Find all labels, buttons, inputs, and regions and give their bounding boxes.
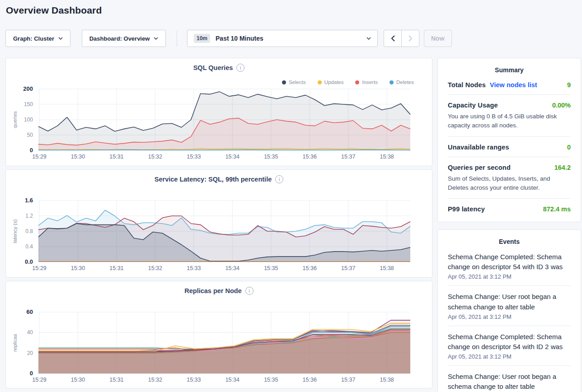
- summary-row-unavailable-ranges: Unavailable ranges 0: [448, 137, 571, 157]
- svg-text:queries: queries: [12, 111, 18, 128]
- svg-text:0: 0: [30, 147, 33, 154]
- svg-text:15:33: 15:33: [187, 265, 201, 271]
- event-date: Apr 05, 2021 at 3:12 PM: [448, 273, 571, 280]
- svg-text:15:32: 15:32: [148, 265, 162, 271]
- next-interval-button[interactable]: [402, 30, 419, 47]
- sql-queries-chart-panel: SQL Queries i SelectsUpdatesInsertsDelet…: [5, 58, 432, 166]
- chevron-down-icon: [366, 37, 371, 40]
- event-text: Schema Change: User root began a schema …: [448, 292, 571, 312]
- svg-text:15:36: 15:36: [303, 265, 317, 271]
- time-range-picker[interactable]: 10m Past 10 Minutes: [187, 30, 378, 47]
- qps-value: 164.2: [554, 164, 571, 171]
- svg-text:40: 40: [27, 329, 33, 336]
- event-text: Schema Change Completed: Schema change o…: [448, 252, 571, 272]
- graph-dropdown[interactable]: Graph: Cluster: [5, 30, 70, 47]
- qps-description: Sum of Selects, Updates, Inserts, and De…: [448, 174, 571, 193]
- dashboard-dropdown-label: Dashboard: Overview: [89, 35, 150, 42]
- chevron-down-icon: [154, 37, 158, 40]
- svg-text:15:38: 15:38: [380, 154, 394, 160]
- svg-text:15:33: 15:33: [187, 377, 201, 383]
- svg-text:15:38: 15:38: [380, 265, 394, 271]
- summary-panel: Summary Total Nodes View nodes list 9 Ca…: [437, 58, 581, 222]
- svg-text:60: 60: [27, 308, 33, 315]
- svg-text:0.4: 0.4: [25, 243, 33, 250]
- svg-text:15:33: 15:33: [187, 154, 201, 160]
- chevron-left-icon: [391, 35, 395, 42]
- event-text: Schema Change: User root began a schema …: [448, 372, 571, 392]
- time-step-buttons: [384, 30, 419, 47]
- svg-text:1.6: 1.6: [25, 197, 33, 204]
- chevron-right-icon: [408, 35, 413, 42]
- service-latency-chart-panel: Service Latency: SQL, 99th percentile i …: [5, 169, 432, 278]
- replicas-per-node-chart-panel: Replicas per Node i 15:2915:3015:3115:32…: [5, 281, 432, 388]
- svg-text:15:37: 15:37: [341, 265, 355, 271]
- service-latency-chart[interactable]: 15:2915:3015:3115:3215:3315:3415:3515:36…: [6, 170, 432, 277]
- qps-label: Queries per second: [448, 164, 511, 171]
- now-button[interactable]: Now: [424, 30, 452, 47]
- svg-text:15:30: 15:30: [71, 377, 85, 383]
- svg-text:15:36: 15:36: [303, 377, 317, 383]
- graph-dropdown-label: Graph: Cluster: [13, 35, 54, 42]
- svg-text:15:35: 15:35: [264, 265, 278, 271]
- total-nodes-label: Total Nodes: [448, 81, 486, 89]
- svg-text:15:34: 15:34: [225, 265, 239, 271]
- summary-row-qps: Queries per second 164.2 Sum of Selects,…: [448, 157, 571, 199]
- svg-text:15:29: 15:29: [32, 154, 46, 160]
- p99-latency-label: P99 latency: [448, 205, 485, 213]
- svg-text:0.0: 0.0: [25, 258, 33, 265]
- svg-text:15:30: 15:30: [71, 265, 85, 271]
- summary-row-capacity: Capacity Usage 0.00% You are using 0 B o…: [448, 95, 571, 137]
- events-title: Events: [438, 230, 581, 246]
- svg-text:replicas: replicas: [12, 334, 18, 352]
- replicas-per-node-chart[interactable]: 15:2915:3015:3115:3215:3315:3415:3515:36…: [6, 281, 432, 388]
- svg-text:200: 200: [23, 85, 33, 92]
- chevron-down-icon: [58, 37, 63, 40]
- time-range-label: Past 10 Minutes: [216, 35, 361, 42]
- capacity-usage-label: Capacity Usage: [448, 102, 498, 109]
- svg-text:15:38: 15:38: [380, 377, 394, 383]
- svg-text:1.2: 1.2: [25, 213, 33, 219]
- svg-text:15:34: 15:34: [225, 377, 239, 383]
- sql-queries-chart[interactable]: 15:2915:3015:3115:3215:3315:3415:3515:36…: [6, 58, 432, 166]
- event-item[interactable]: Schema Change Completed: Schema change o…: [448, 246, 571, 286]
- toolbar-divider: [177, 30, 177, 47]
- svg-text:15:31: 15:31: [109, 265, 123, 271]
- svg-text:15:32: 15:32: [148, 154, 162, 160]
- time-range-badge: 10m: [194, 34, 210, 43]
- unavailable-ranges-label: Unavailable ranges: [448, 144, 509, 151]
- svg-text:15:34: 15:34: [225, 154, 239, 160]
- capacity-usage-value: 0.00%: [552, 102, 571, 109]
- svg-text:15:29: 15:29: [32, 377, 46, 383]
- summary-row-p99: P99 latency 872.4 ms: [448, 199, 571, 219]
- svg-text:15:31: 15:31: [109, 377, 123, 383]
- previous-interval-button[interactable]: [384, 30, 402, 47]
- event-item[interactable]: Schema Change: User root began a schema …: [448, 286, 571, 326]
- svg-text:15:35: 15:35: [264, 154, 278, 160]
- svg-text:15:32: 15:32: [148, 377, 162, 383]
- svg-text:20: 20: [27, 350, 33, 356]
- unavailable-ranges-value: 0: [567, 144, 571, 151]
- summary-row-total-nodes: Total Nodes View nodes list 9: [448, 75, 571, 95]
- svg-text:15:35: 15:35: [264, 377, 278, 383]
- dashboard-dropdown[interactable]: Dashboard: Overview: [82, 30, 166, 47]
- event-text: Schema Change Completed: Schema change o…: [448, 332, 571, 352]
- svg-text:0: 0: [30, 370, 33, 377]
- capacity-usage-description: You are using 0 B of 4.5 GiB usable disk…: [448, 112, 571, 131]
- svg-text:100: 100: [24, 117, 33, 123]
- svg-text:15:37: 15:37: [341, 377, 355, 383]
- svg-text:latency (s): latency (s): [12, 219, 18, 243]
- events-panel: Events Schema Change Completed: Schema c…: [437, 229, 581, 392]
- event-item[interactable]: Schema Change Completed: Schema change o…: [448, 326, 571, 366]
- svg-text:0.8: 0.8: [25, 228, 33, 234]
- svg-text:15:37: 15:37: [341, 154, 355, 160]
- svg-text:15:36: 15:36: [303, 154, 317, 160]
- svg-text:15:29: 15:29: [32, 265, 46, 271]
- view-nodes-list-link[interactable]: View nodes list: [490, 81, 537, 89]
- event-item[interactable]: Schema Change: User root began a schema …: [448, 366, 571, 392]
- event-date: Apr 05, 2021 at 3:12 PM: [448, 313, 571, 320]
- svg-text:150: 150: [24, 101, 33, 107]
- page-title: Overview Dashboard: [6, 5, 102, 16]
- event-date: Apr 05, 2021 at 3:12 PM: [448, 353, 571, 360]
- svg-text:15:31: 15:31: [109, 154, 123, 160]
- summary-title: Summary: [438, 58, 581, 75]
